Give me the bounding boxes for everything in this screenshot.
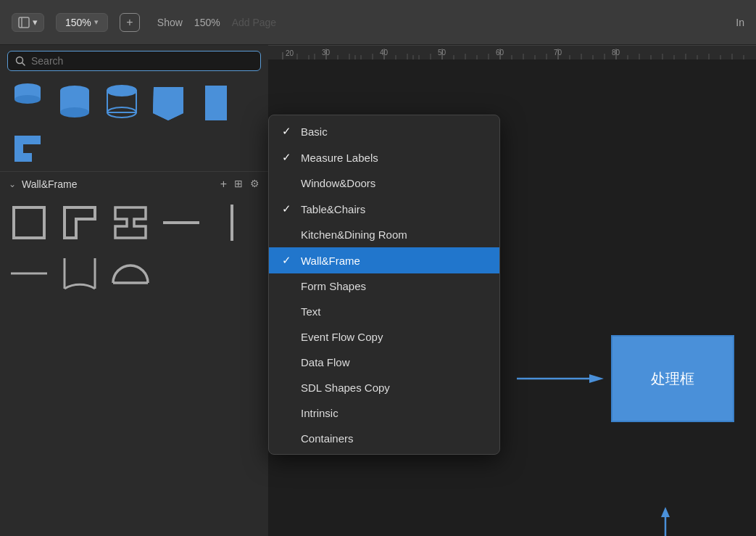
checkmark-measure-labels: ✓ [282,151,294,164]
wall-shape-line-h[interactable] [7,252,51,295]
canvas-processing-box[interactable]: 处理框 [611,335,734,422]
svg-text:30: 30 [322,49,331,57]
shape-svg-3 [104,85,139,121]
left-panel: ⌄ Wall&Frame + ⊞ ⚙ [0,45,268,536]
checkmark-wall-frame: ✓ [282,254,294,267]
wall-shape-1[interactable] [7,201,51,244]
checkmark-table-chairs: ✓ [282,202,294,215]
panel-chevron: ▾ [33,17,38,28]
section-label: Wall&Frame [22,178,78,190]
dropdown-item-basic[interactable]: ✓ Basic [269,118,499,144]
wall-svg-2 [62,205,98,241]
canvas-arrow-up [658,507,673,536]
dropdown-label-wall-frame: Wall&Frame [301,255,360,267]
search-input[interactable] [31,55,253,67]
shape-item-2[interactable] [54,83,94,123]
arrow-up-svg [658,507,673,536]
svg-point-13 [107,86,136,96]
section-settings-button[interactable]: ⚙ [250,178,259,191]
shape-svg-1 [13,83,42,104]
dropdown-label-containers: Containers [301,432,354,445]
dropdown-label-basic: Basic [301,125,328,138]
dropdown-label-kitchen: Kitchen&Dining Room [301,228,407,241]
wall-svg-3 [112,205,149,241]
svg-text:40: 40 [380,49,389,57]
search-input-wrap[interactable] [7,51,261,71]
dropdown-label-window-doors: Window&Doors [301,177,375,189]
wall-shape-2[interactable] [58,201,101,244]
svg-text:70: 70 [554,49,562,57]
dropdown-item-table-chairs[interactable]: ✓ Table&Chairs [269,196,499,222]
dropdown-item-data-flow[interactable]: Data Flow [269,350,499,375]
wall-shape-3[interactable] [109,201,152,244]
shape-svg-4 [152,86,185,120]
shapes-row-1 [7,80,261,125]
section-chevron[interactable]: ⌄ [9,179,16,189]
zoom-control[interactable]: 150% ▾ [56,13,108,32]
shape-svg-2 [57,85,92,121]
wall-shape-arc[interactable] [58,252,101,295]
svg-point-6 [14,95,41,104]
shapes-row-2 [7,125,261,171]
dropdown-label-sdl-shapes: SDL Shapes Copy [301,382,390,394]
ruler: 20 30 40 50 60 70 80 [268,45,756,59]
wall-svg-line-v [228,205,236,241]
show-nav-label: Show [157,17,183,28]
section-actions: + ⊞ ⚙ [220,178,259,191]
shape-item-4[interactable] [149,83,188,123]
panel-icon [18,17,30,28]
ruler-svg: 20 30 40 50 60 70 80 [268,45,756,59]
dropdown-label-measure-labels: Measure Labels [301,152,378,164]
canvas-box-label: 处理框 [651,369,694,389]
toolbar-main: ▾ 150% ▾ + Show 150% Add Page In [0,0,756,45]
dropdown-item-sdl-shapes[interactable]: SDL Shapes Copy [269,375,499,400]
wall-svg-1 [11,205,47,241]
svg-rect-15 [14,207,44,238]
dropdown-item-wall-frame[interactable]: ✓ Wall&Frame [269,247,499,273]
shape-item-1[interactable] [7,83,47,104]
dropdown-menu: ✓ Basic ✓ Measure Labels Window&Doors ✓ … [268,115,500,455]
wall-svg-semicircle [110,261,151,286]
dropdown-item-containers[interactable]: Containers [269,426,499,451]
svg-marker-76 [661,507,670,517]
shapes-top-area [0,77,268,171]
svg-text:20: 20 [286,49,294,57]
dropdown-item-measure-labels[interactable]: ✓ Measure Labels [269,144,499,170]
arrow-svg [517,371,604,386]
dropdown-item-window-doors[interactable]: Window&Doors [269,170,499,196]
svg-rect-0 [19,17,29,28]
wall-shape-semicircle[interactable] [109,252,152,295]
dropdown-item-kitchen[interactable]: Kitchen&Dining Room [269,222,499,247]
zoom-chevron-icon: ▾ [94,17,99,27]
svg-line-3 [22,63,25,66]
wall-shape-line-v[interactable] [210,201,254,244]
shape-item-3[interactable] [101,83,141,123]
dropdown-item-text[interactable]: Text [269,299,499,324]
shape-item-f[interactable] [7,128,47,168]
right-panel-label: In [736,17,744,28]
wall-frame-section-header: ⌄ Wall&Frame + ⊞ ⚙ [0,171,268,197]
dropdown-label-data-flow: Data Flow [301,356,350,368]
section-add-button[interactable]: + [220,178,227,191]
wall-shapes-grid [0,197,268,300]
dropdown-label-intrinsic: Intrinsic [301,407,338,419]
wall-svg-line-h [11,270,47,277]
canvas-arrow [517,371,604,386]
add-page-nav-label[interactable]: Add Page [232,17,277,28]
svg-point-9 [60,107,89,117]
svg-rect-14 [205,86,227,120]
search-bar [0,45,268,77]
section-group-button[interactable]: ⊞ [234,178,243,191]
dropdown-item-intrinsic[interactable]: Intrinsic [269,400,499,426]
shape-item-5[interactable] [196,83,236,123]
shape-svg-f [12,133,43,165]
svg-marker-74 [589,374,604,383]
add-page-button[interactable]: + [120,13,140,32]
wall-shape-dash[interactable] [159,201,203,244]
dropdown-item-form-shapes[interactable]: Form Shapes [269,273,499,299]
panel-toggle-btn[interactable]: ▾ [12,13,44,32]
svg-text:60: 60 [496,49,504,57]
zoom-nav-label: 150% [194,17,220,28]
dropdown-item-event-flow[interactable]: Event Flow Copy [269,324,499,350]
svg-text:50: 50 [438,49,446,57]
